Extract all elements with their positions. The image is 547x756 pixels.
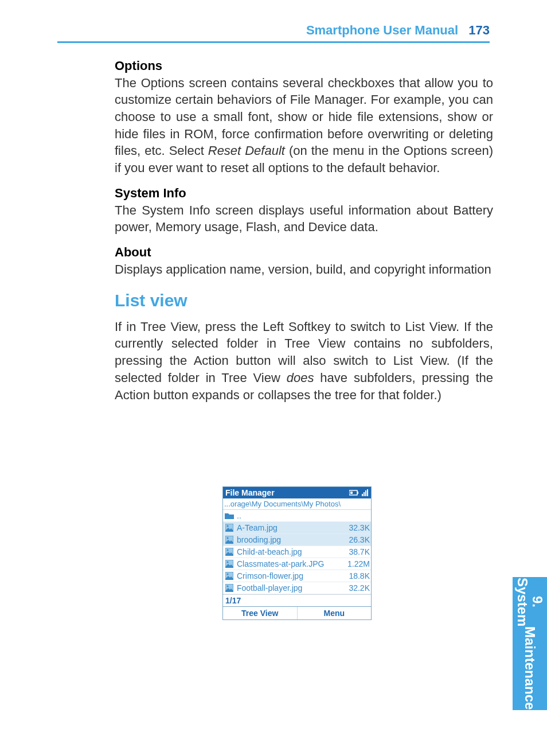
softkey-bar: Tree View Menu bbox=[223, 606, 371, 619]
svg-point-14 bbox=[227, 562, 229, 563]
svg-point-16 bbox=[227, 574, 229, 575]
file-size: 1.22M bbox=[345, 559, 370, 568]
file-name: Classmates-at-park.JPG bbox=[235, 559, 345, 568]
file-name: brooding.jpg bbox=[235, 535, 346, 544]
heading-list-view: List view bbox=[115, 289, 493, 313]
section-title: About bbox=[115, 245, 151, 259]
file-size: 32.3K bbox=[346, 523, 370, 532]
file-row[interactable]: Classmates-at-park.JPG 1.22M bbox=[223, 558, 371, 570]
section-about: About Displays application name, version… bbox=[115, 244, 493, 278]
svg-rect-6 bbox=[367, 489, 368, 496]
body-text: The System Info screen displays useful i… bbox=[115, 203, 493, 235]
svg-rect-3 bbox=[362, 494, 363, 496]
image-file-icon bbox=[224, 548, 235, 556]
emphasis: Reset Default bbox=[208, 143, 285, 158]
page-content: Options The Options screen contains seve… bbox=[115, 57, 493, 411]
file-name: A-Team.jpg bbox=[235, 523, 346, 532]
header-rule bbox=[57, 41, 490, 43]
file-row[interactable]: Child-at-beach.jpg 38.7K bbox=[223, 546, 371, 558]
page-number: 173 bbox=[468, 23, 490, 37]
svg-point-10 bbox=[227, 537, 229, 539]
chapter-tab: 9. System Maintenance bbox=[513, 577, 547, 710]
svg-point-18 bbox=[227, 586, 229, 587]
folder-up-icon bbox=[224, 512, 235, 519]
file-size: 18.8K bbox=[346, 571, 370, 580]
file-row[interactable]: A-Team.jpg 32.3K bbox=[223, 522, 371, 534]
file-manager-screenshot: File Manager ...orage\My Documents\My Ph… bbox=[222, 486, 372, 620]
svg-rect-5 bbox=[365, 490, 366, 496]
file-row[interactable]: Crimson-flower.jpg 18.8K bbox=[223, 570, 371, 582]
svg-rect-2 bbox=[350, 492, 353, 494]
file-name: Football-player.jpg bbox=[235, 583, 346, 593]
image-file-icon bbox=[224, 584, 235, 592]
body-text: Displays application name, version, buil… bbox=[115, 262, 491, 276]
up-dir-row[interactable]: .. bbox=[223, 510, 371, 522]
tab-chapter: 9. System bbox=[515, 578, 545, 626]
item-counter: 1/17 bbox=[223, 594, 371, 606]
signal-icon bbox=[362, 489, 369, 496]
app-title: File Manager bbox=[225, 488, 275, 497]
tab-name: Maintenance bbox=[522, 626, 537, 710]
svg-rect-1 bbox=[357, 492, 358, 494]
section-system-info: System Info The System Info screen displ… bbox=[115, 185, 493, 236]
file-size: 26.3K bbox=[346, 535, 370, 544]
section-options: Options The Options screen contains seve… bbox=[115, 57, 493, 177]
file-name: .. bbox=[235, 511, 370, 520]
emphasis: does bbox=[287, 371, 314, 385]
file-size: 38.7K bbox=[346, 547, 370, 556]
svg-rect-4 bbox=[364, 492, 365, 496]
softkey-left[interactable]: Tree View bbox=[223, 607, 298, 619]
file-size: 32.2K bbox=[346, 583, 370, 593]
manual-title: Smartphone User Manual bbox=[306, 23, 458, 37]
file-row[interactable]: Football-player.jpg 32.2K bbox=[223, 582, 371, 594]
section-list-view: If in Tree View, press the Left Softkey … bbox=[115, 318, 493, 403]
section-title: System Info bbox=[115, 186, 186, 200]
page-header: Smartphone User Manual 173 bbox=[57, 23, 490, 38]
image-file-icon bbox=[224, 524, 235, 532]
svg-point-8 bbox=[227, 525, 229, 527]
status-icons bbox=[349, 489, 369, 496]
file-row[interactable]: brooding.jpg 26.3K bbox=[223, 534, 371, 546]
image-file-icon bbox=[224, 560, 235, 568]
path-bar: ...orage\My Documents\My Photos\ bbox=[223, 498, 371, 510]
title-bar: File Manager bbox=[223, 487, 371, 498]
battery-icon bbox=[349, 489, 360, 496]
svg-point-12 bbox=[227, 550, 229, 551]
image-file-icon bbox=[224, 536, 235, 544]
image-file-icon bbox=[224, 572, 235, 580]
file-name: Child-at-beach.jpg bbox=[235, 547, 346, 556]
file-name: Crimson-flower.jpg bbox=[235, 571, 346, 580]
section-title: Options bbox=[115, 59, 162, 73]
softkey-right[interactable]: Menu bbox=[298, 607, 372, 619]
